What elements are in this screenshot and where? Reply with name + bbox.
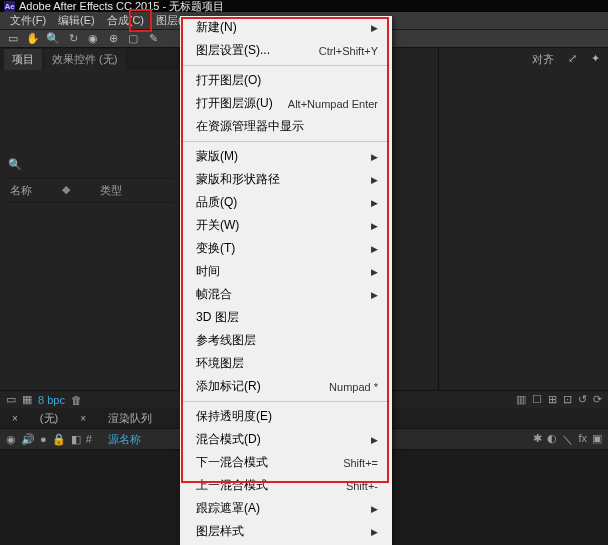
submenu-arrow-icon: ▶	[371, 435, 378, 445]
pen-tool-icon[interactable]: ✎	[146, 32, 160, 46]
project-body: 🔍 名称 ◆ 类型	[0, 70, 179, 390]
submenu-arrow-icon: ▶	[371, 152, 378, 162]
timeline-tab-close-icon[interactable]: ×	[6, 411, 24, 426]
menu-item[interactable]: 环境图层	[180, 352, 392, 375]
menu-item[interactable]: 3D 图层	[180, 306, 392, 329]
comp-status-icon[interactable]: ↺	[578, 393, 587, 406]
menu-item-label: 混合模式(D)	[196, 431, 261, 448]
eye-icon[interactable]: ◉	[6, 433, 16, 446]
project-tabs: 项目 效果控件 (无)	[0, 48, 179, 70]
menu-item[interactable]: 参考线图层	[180, 329, 392, 352]
menu-item-shortcut: Alt+Numpad Enter	[288, 98, 378, 110]
menu-item[interactable]: 图层样式▶	[180, 520, 392, 543]
timeline-tab-close-icon[interactable]: ×	[74, 411, 92, 426]
menu-item-shortcut: Ctrl+Shift+Y	[319, 45, 378, 57]
selection-tool-icon[interactable]: ▭	[6, 32, 20, 46]
switch-icon[interactable]: fx	[578, 432, 587, 447]
menu-item-label: 开关(W)	[196, 217, 239, 234]
menu-item[interactable]: 图层设置(S)...Ctrl+Shift+Y	[180, 39, 392, 62]
menu-item[interactable]: 在资源管理器中显示	[180, 115, 392, 138]
menu-item-label: 跟踪遮罩(A)	[196, 500, 260, 517]
camera-tool-icon[interactable]: ◉	[86, 32, 100, 46]
workspace-icon[interactable]: ⤢	[568, 52, 577, 67]
menu-item-label: 3D 图层	[196, 309, 239, 326]
menu-separator	[182, 141, 390, 142]
menu-item[interactable]: 蒙版(M)▶	[180, 145, 392, 168]
menu-item[interactable]: 品质(Q)▶	[180, 191, 392, 214]
menu-item[interactable]: 添加标记(R)Numpad *	[180, 375, 392, 398]
menu-item-label: 品质(Q)	[196, 194, 237, 211]
rotation-tool-icon[interactable]: ↻	[66, 32, 80, 46]
app-icon: Ae	[4, 1, 15, 12]
menu-item-label: 帧混合	[196, 286, 232, 303]
search-icon: 🔍	[8, 158, 22, 171]
align-label[interactable]: 对齐	[532, 52, 554, 67]
menu-separator	[182, 65, 390, 66]
trash-icon[interactable]: 🗑	[71, 394, 82, 406]
menu-item[interactable]: 保持透明度(E)	[180, 405, 392, 428]
col-type[interactable]: 类型	[100, 183, 122, 198]
zoom-tool-icon[interactable]: 🔍	[46, 32, 60, 46]
menu-item[interactable]: 蒙版和形状路径▶	[180, 168, 392, 191]
tab-effect-controls[interactable]: 效果控件 (无)	[44, 49, 125, 70]
comp-status-icon[interactable]: ▥	[516, 393, 526, 406]
solo-icon[interactable]: ●	[40, 433, 47, 445]
panel-menu-icon[interactable]: ✦	[591, 52, 600, 67]
switch-icon[interactable]: ＼	[562, 432, 573, 447]
menu-item[interactable]: 帧混合▶	[180, 283, 392, 306]
number-icon[interactable]: #	[86, 433, 92, 445]
timeline-tab-none[interactable]: (无)	[34, 409, 64, 428]
switch-icon[interactable]: ✱	[533, 432, 542, 447]
layer-menu-dropdown: 新建(N)▶图层设置(S)...Ctrl+Shift+Y打开图层(O)打开图层源…	[180, 16, 392, 545]
menu-composition[interactable]: 合成(C)	[101, 11, 150, 30]
bin-icon[interactable]: ▦	[22, 393, 32, 406]
audio-icon[interactable]: 🔊	[21, 433, 35, 446]
menu-item-shortcut: Numpad *	[329, 381, 378, 393]
menu-item-label: 蒙版(M)	[196, 148, 238, 165]
menu-item[interactable]: 打开图层源(U)Alt+Numpad Enter	[180, 92, 392, 115]
lock-icon[interactable]: 🔒	[52, 433, 66, 446]
menu-item-shortcut: Shift+=	[343, 457, 378, 469]
comp-status-icon[interactable]: ⊡	[563, 393, 572, 406]
menu-item[interactable]: 打开图层(O)	[180, 69, 392, 92]
comp-status-icon[interactable]: ☐	[532, 393, 542, 406]
project-columns: 名称 ◆ 类型	[4, 178, 175, 203]
folder-icon[interactable]: ▭	[6, 393, 16, 406]
menu-item[interactable]: 变换(T)▶	[180, 237, 392, 260]
col-name[interactable]: 名称	[10, 183, 32, 198]
comp-status-icon[interactable]: ⟳	[593, 393, 602, 406]
right-strip: 对齐 ⤢ ✦	[439, 48, 608, 71]
menu-item[interactable]: 跟踪遮罩(A)▶	[180, 497, 392, 520]
switch-icon[interactable]: ◐	[547, 432, 557, 447]
tab-project[interactable]: 项目	[4, 49, 42, 70]
hand-tool-icon[interactable]: ✋	[26, 32, 40, 46]
switch-icon[interactable]: ▣	[592, 432, 602, 447]
menu-item-shortcut: Shift+-	[346, 480, 378, 492]
menu-item[interactable]: 下一混合模式Shift+=	[180, 451, 392, 474]
label-icon[interactable]: ◧	[71, 433, 81, 446]
pan-behind-tool-icon[interactable]: ⊕	[106, 32, 120, 46]
menu-item-label: 图层设置(S)...	[196, 42, 270, 59]
bpc-label[interactable]: 8 bpc	[38, 394, 65, 406]
timeline-switch-icons: ◉ 🔊 ● 🔒 ◧ #	[6, 433, 92, 446]
menu-file[interactable]: 文件(F)	[4, 11, 52, 30]
menu-edit[interactable]: 编辑(E)	[52, 11, 101, 30]
shape-tool-icon[interactable]: ▢	[126, 32, 140, 46]
menu-item[interactable]: 上一混合模式Shift+-	[180, 474, 392, 497]
source-name-column[interactable]: 源名称	[108, 432, 141, 447]
timeline-right-icons: ✱ ◐ ＼ fx ▣	[533, 432, 602, 447]
menu-item[interactable]: 开关(W)▶	[180, 214, 392, 237]
menu-separator	[182, 401, 390, 402]
project-search[interactable]: 🔍	[4, 154, 175, 174]
project-panel: 项目 效果控件 (无) 🔍 名称 ◆ 类型	[0, 48, 180, 390]
menu-item-label: 蒙版和形状路径	[196, 171, 280, 188]
menu-item[interactable]: 新建(N)▶	[180, 16, 392, 39]
menu-item-label: 变换(T)	[196, 240, 235, 257]
comp-status-icon[interactable]: ⊞	[548, 393, 557, 406]
timeline-tab-render-queue[interactable]: 渲染队列	[102, 409, 158, 428]
menu-item-label: 时间	[196, 263, 220, 280]
menu-item[interactable]: 混合模式(D)▶	[180, 428, 392, 451]
submenu-arrow-icon: ▶	[371, 290, 378, 300]
menu-item-label: 参考线图层	[196, 332, 256, 349]
menu-item[interactable]: 时间▶	[180, 260, 392, 283]
